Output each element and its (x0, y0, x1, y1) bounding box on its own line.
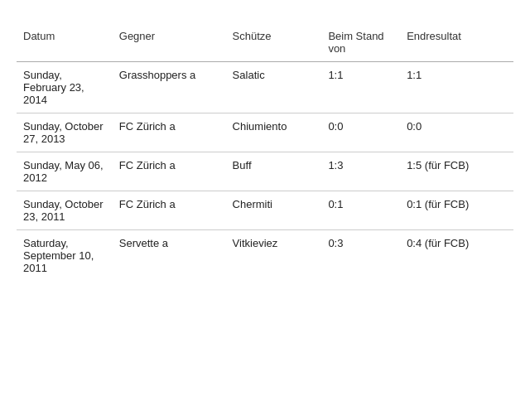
table-row: Sunday, October 27, 2013FC Zürich aChium… (17, 113, 513, 152)
cell-schutze: Salatic (226, 62, 322, 113)
cell-gegner: Grasshoppers a (113, 62, 226, 113)
cell-schutze: Vitkieviez (226, 230, 322, 282)
cell-end: 0:1 (für FCB) (400, 191, 513, 230)
cell-end: 1:5 (für FCB) (400, 152, 513, 191)
cell-datum: Sunday, October 27, 2013 (17, 113, 113, 152)
cell-datum: Saturday, September 10, 2011 (17, 230, 113, 282)
cell-schutze: Chiumiento (226, 113, 322, 152)
header-datum: Datum (17, 25, 113, 62)
header-stand: Beim Stand von (321, 25, 400, 62)
cell-end: 1:1 (400, 62, 513, 113)
header-schutze: Schütze (226, 25, 322, 62)
cell-stand: 0:0 (321, 113, 400, 152)
table-row: Sunday, February 23, 2014Grasshoppers aS… (17, 62, 513, 113)
cell-end: 0:0 (400, 113, 513, 152)
cell-datum: Sunday, February 23, 2014 (17, 62, 113, 113)
cell-gegner: FC Zürich a (113, 191, 226, 230)
header-end: Endresultat (400, 25, 513, 62)
cell-datum: Sunday, May 06, 2012 (17, 152, 113, 191)
cell-datum: Sunday, October 23, 2011 (17, 191, 113, 230)
cell-stand: 0:3 (321, 230, 400, 282)
cell-gegner: FC Zürich a (113, 152, 226, 191)
table-row: Sunday, October 23, 2011FC Zürich aCherm… (17, 191, 513, 230)
table-row: Saturday, September 10, 2011Servette aVi… (17, 230, 513, 282)
results-table: Datum Gegner Schütze Beim Stand von Endr… (17, 25, 513, 281)
cell-gegner: FC Zürich a (113, 113, 226, 152)
cell-stand: 1:3 (321, 152, 400, 191)
table-row: Sunday, May 06, 2012FC Zürich aBuff1:31:… (17, 152, 513, 191)
cell-schutze: Buff (226, 152, 322, 191)
cell-end: 0:4 (für FCB) (400, 230, 513, 282)
cell-stand: 0:1 (321, 191, 400, 230)
header-gegner: Gegner (113, 25, 226, 62)
cell-stand: 1:1 (321, 62, 400, 113)
cell-schutze: Chermiti (226, 191, 322, 230)
cell-gegner: Servette a (113, 230, 226, 282)
